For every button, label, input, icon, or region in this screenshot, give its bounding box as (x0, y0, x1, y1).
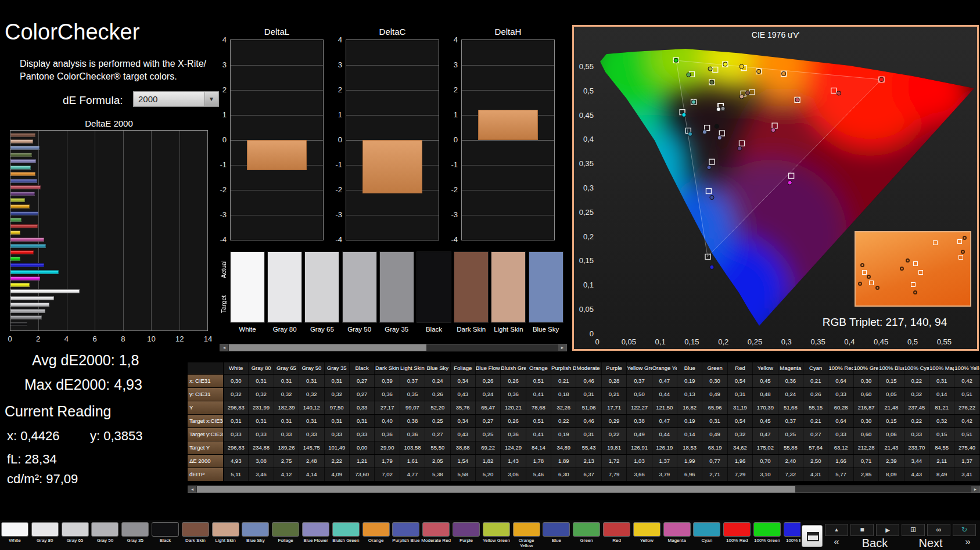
play-icon[interactable]: ▶ (876, 524, 899, 536)
sync-icon[interactable]: ↻ (953, 524, 976, 536)
toolbar-patch-button[interactable] (152, 522, 179, 537)
patch-swatch-label: Gray 65 (304, 326, 339, 333)
measured-marker (757, 69, 761, 73)
table-cell: 0,21 (803, 375, 828, 387)
axis-tick-label: 0,5 (583, 87, 594, 95)
table-cell: 0,31 (929, 375, 954, 387)
toolbar-patch-button[interactable] (362, 522, 390, 537)
toolbar-patch-button[interactable] (453, 522, 480, 537)
eject-icon[interactable]: ▲ (825, 524, 848, 536)
axis-tick-label: 0 (338, 135, 342, 144)
toolbar-patch-button[interactable] (91, 522, 119, 537)
chevron-prev-button[interactable]: « (825, 535, 848, 548)
next-button[interactable]: Next (906, 537, 955, 550)
chevron-next-button[interactable]: » (956, 535, 979, 548)
patch-swatch[interactable] (304, 251, 339, 323)
scrollbar-thumb[interactable] (197, 486, 795, 493)
axis-tick-label: -2 (451, 185, 458, 194)
toolbar-patch-button[interactable] (483, 522, 510, 537)
table-cell: 276,22 (954, 401, 979, 414)
scroll-left-icon[interactable]: ◄ (188, 486, 196, 493)
toolbar-patch-button[interactable] (573, 522, 600, 537)
table-cell: 0,15 (929, 428, 954, 441)
table-cell: 65,96 (702, 401, 727, 414)
toolbar-patch-button[interactable] (422, 522, 450, 537)
toolbar-patch-button[interactable] (182, 522, 209, 537)
deltae-bar (10, 218, 21, 222)
measured-marker (687, 73, 691, 77)
toolbar-patch-button[interactable] (121, 522, 149, 537)
back-button[interactable]: Back (850, 537, 899, 550)
stop-icon[interactable]: ■ (850, 524, 874, 536)
table-row-label: Y (188, 401, 224, 414)
toolbar-patch-button[interactable] (272, 522, 299, 537)
toolbar-patch-button[interactable] (212, 522, 239, 537)
toolbar-patch-label: Blue (541, 538, 571, 543)
toolbar-patch-button[interactable] (513, 522, 540, 537)
table-cell: 55,43 (576, 441, 601, 454)
patch-swatch[interactable] (417, 251, 451, 323)
target-marker (918, 270, 923, 275)
one-to-one-icon[interactable]: ⊞ (902, 524, 925, 536)
patch-swatch[interactable] (491, 251, 526, 323)
table-cell: 0,14 (929, 388, 954, 401)
patch-swatch-label: Gray 80 (267, 326, 302, 333)
axis-tick-label: 0,15 (579, 256, 594, 265)
table-cell: 3,44 (904, 455, 929, 468)
toolbar-patch-label: Gray 50 (90, 538, 120, 543)
table-cell: 0,13 (677, 388, 702, 401)
axis-tick-label: 0,5 (907, 337, 918, 346)
table-row: Target y:CIE310,330,330,330,330,330,330,… (188, 428, 980, 441)
table-cell: 5,20 (476, 468, 501, 481)
table-cell: 0,31 (224, 415, 249, 427)
toolbar-patch-button[interactable] (62, 522, 89, 537)
swatch-strip-scrollbar[interactable]: ◄ ► (220, 344, 567, 351)
toolbar-patch-button[interactable] (242, 522, 269, 537)
table-cell: 1,79 (375, 455, 400, 468)
table-cell: 0,33 (350, 401, 375, 414)
table-cell: 0,36 (375, 388, 400, 401)
deltae-bar (10, 192, 35, 196)
patch-swatch[interactable] (267, 251, 302, 323)
toolbar-patch-button[interactable] (753, 522, 781, 537)
actual-row-label: Actual (220, 252, 228, 287)
axis-tick-label: 1 (338, 110, 342, 119)
table-cell: 0,06 (879, 428, 904, 441)
layout-button[interactable] (802, 525, 823, 547)
toolbar-patch-button[interactable] (332, 522, 360, 537)
toolbar-patch-button[interactable] (302, 522, 329, 537)
table-header-cell: 100% Magenta (929, 362, 954, 374)
toolbar-patch-label: Red (602, 538, 631, 543)
table-cell: 3,06 (501, 468, 526, 481)
toolbar-patch-button[interactable] (31, 522, 59, 537)
toolbar-patch-label: Blue Flower (301, 538, 331, 543)
toolbar-patch-button[interactable] (693, 522, 720, 537)
patch-swatch[interactable] (454, 251, 489, 323)
table-cell: 18,53 (677, 441, 702, 454)
table-cell: 0,30 (224, 375, 249, 387)
toolbar-patch-button[interactable] (633, 522, 660, 537)
toolbar-patch-button[interactable] (663, 522, 691, 537)
toolbar-patch-button[interactable] (543, 522, 570, 537)
patch-swatch[interactable] (230, 251, 265, 323)
scroll-left-icon[interactable]: ◄ (220, 344, 228, 351)
table-cell: 0,19 (677, 375, 702, 387)
deltae-bar (10, 204, 30, 209)
scroll-right-icon[interactable]: ► (971, 486, 979, 493)
patch-swatch[interactable] (379, 251, 414, 323)
table-cell: 0,34 (451, 375, 476, 387)
infinity-icon[interactable]: ∞ (927, 524, 950, 536)
measured-marker (715, 124, 719, 128)
toolbar-patch-button[interactable] (392, 522, 419, 537)
toolbar-patch-button[interactable] (723, 522, 751, 537)
table-scrollbar[interactable]: ◄ ► (188, 486, 980, 493)
axis-tick-label: 0,05 (579, 305, 594, 314)
toolbar-patch-label: Blue Sky (240, 538, 270, 543)
scrollbar-thumb[interactable] (229, 344, 426, 351)
toolbar-patch-button[interactable] (603, 522, 630, 537)
table-cell: 1,89 (551, 455, 576, 468)
toolbar-patch-button[interactable] (1, 522, 28, 537)
patch-swatch[interactable] (342, 251, 377, 323)
de-formula-dropdown[interactable]: 2000 ▼ (133, 91, 219, 107)
table-cell: 0,27 (425, 428, 450, 441)
